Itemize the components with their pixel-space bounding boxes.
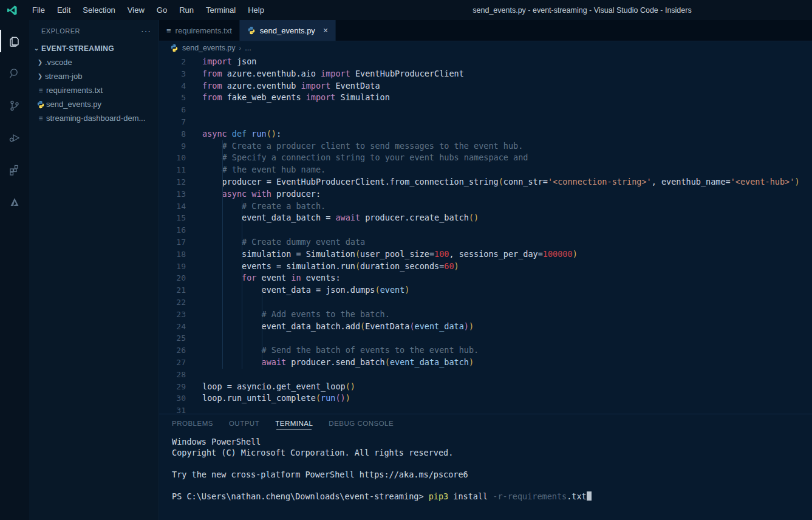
line-number: 17 [159,236,186,248]
line-number: 24 [159,321,186,333]
code-line-16[interactable]: 16 [159,224,812,236]
code-line-23[interactable]: 23 # Add events to the batch. [159,309,812,321]
tree-item--vscode[interactable]: ❯.vscode [29,55,159,69]
chevron-right-icon: ❯ [35,73,45,80]
code-line-5[interactable]: 5from fake_web_events import Simulation [159,92,812,104]
close-icon[interactable]: × [323,26,328,35]
menu-file[interactable]: File [26,0,51,20]
file-tree: ⌄EVENT-STREAMING❯.vscode❯stream-job≡requ… [29,41,159,520]
code-text: simulation = Simulation(user_pool_size=1… [202,248,578,261]
line-number: 6 [159,104,186,116]
menu-go[interactable]: Go [151,0,173,20]
line-number: 8 [159,128,186,140]
code-line-31[interactable]: 31 [159,405,812,414]
tree-root-event-streaming[interactable]: ⌄EVENT-STREAMING [29,41,159,55]
tree-item-streaming-dashboard-dem-[interactable]: ≡streaming-dashboard-dem... [29,111,159,125]
tab-send-events-py[interactable]: send_events.py× [240,20,336,41]
code-line-22[interactable]: 22 [159,296,812,309]
code-text: # Add events to the batch. [202,309,390,321]
code-line-9[interactable]: 9 # Create a producer client to send mes… [159,140,812,152]
python-file-icon [35,100,46,109]
tree-item-stream-job[interactable]: ❯stream-job [29,69,159,83]
line-number: 26 [159,344,186,357]
line-number: 23 [159,309,186,321]
code-text: # Specify a connection string to your ev… [202,152,528,164]
menu-run[interactable]: Run [173,0,200,20]
code-text: loop.run_until_complete(run()) [202,392,350,405]
terminal-line-5 [172,480,812,491]
breadcrumb-more[interactable]: ... [245,44,251,52]
code-line-25[interactable]: 25 [159,332,812,344]
python-file-icon [170,44,179,52]
tree-item-requirements-txt[interactable]: ≡requirements.txt [29,83,159,97]
run-and-debug-icon[interactable] [0,121,29,154]
code-text: events = simulation.run(duration_seconds… [202,261,459,273]
code-line-30[interactable]: 30loop.run_until_complete(run()) [159,392,812,405]
extensions-icon[interactable] [0,154,29,186]
terminal-line-2: Copyright (C) Microsoft Corporation. All… [172,447,812,458]
line-number: 13 [159,188,186,200]
tab-label: send_events.py [260,26,315,35]
menu-view[interactable]: View [121,0,151,20]
code-line-24[interactable]: 24 event_data_batch.add(EventData(event_… [159,321,812,333]
code-line-2[interactable]: 2import json [159,56,812,68]
search-icon[interactable] [0,57,29,89]
terminal-cursor [587,491,592,501]
code-line-6[interactable]: 6 [159,104,812,116]
menu-edit[interactable]: Edit [51,0,77,20]
code-line-28[interactable]: 28 [159,369,812,381]
line-number: 27 [159,357,186,369]
source-control-icon[interactable] [0,89,29,121]
more-actions-icon[interactable]: ··· [141,26,151,36]
menu-help[interactable]: Help [242,0,270,20]
code-line-11[interactable]: 11 # the event hub name. [159,164,812,176]
terminal[interactable]: Windows PowerShellCopyright (C) Microsof… [159,433,812,520]
code-text: # Create a batch. [202,200,326,213]
panel-tab-problems[interactable]: PROBLEMS [172,414,213,433]
python-file-icon [247,26,256,35]
code-line-29[interactable]: 29loop = asyncio.get_event_loop() [159,381,812,393]
code-line-27[interactable]: 27 await producer.send_batch(event_data_… [159,357,812,369]
tab-requirements-txt[interactable]: ≡requirements.txt [159,20,240,41]
terminal-line-4: Try the new cross-platform PowerShell ht… [172,469,812,480]
tree-item-label: stream-job [45,72,82,81]
code-text: loop = asyncio.get_event_loop() [202,381,355,393]
code-line-21[interactable]: 21 event_data = json.dumps(event) [159,284,812,296]
panel-tab-terminal[interactable]: TERMINAL [275,414,313,433]
line-number: 18 [159,248,186,261]
code-line-4[interactable]: 4from azure.eventhub import EventData [159,80,812,92]
code-line-13[interactable]: 13 async with producer: [159,188,812,200]
code-line-15[interactable]: 15 event_data_batch = await producer.cre… [159,212,812,224]
menu-terminal[interactable]: Terminal [200,0,242,20]
chevron-right-icon: ❯ [35,59,45,66]
code-line-20[interactable]: 20 for event in events: [159,272,812,284]
breadcrumb-file[interactable]: send_events.py [182,44,236,52]
code-line-7[interactable]: 7 [159,116,812,128]
line-number: 11 [159,164,186,176]
code-line-8[interactable]: 8async def run(): [159,128,812,140]
menu-selection[interactable]: Selection [77,0,121,20]
code-line-3[interactable]: 3from azure.eventhub.aio import EventHub… [159,68,812,80]
code-text: for event in events: [202,272,341,284]
tab-label: requirements.txt [176,26,232,35]
code-line-18[interactable]: 18 simulation = Simulation(user_pool_siz… [159,248,812,261]
code-line-12[interactable]: 12 producer = EventHubProducerClient.fro… [159,176,812,188]
line-number: 14 [159,200,186,213]
code-line-14[interactable]: 14 # Create a batch. [159,200,812,213]
panel-tab-debug-console[interactable]: DEBUG CONSOLE [329,414,394,433]
tree-item-label: requirements.txt [46,86,103,95]
panel-tab-output[interactable]: OUTPUT [229,414,259,433]
vscode-window: FileEditSelectionViewGoRunTerminalHelp s… [0,0,812,520]
code-editor[interactable]: 2import json3from azure.eventhub.aio imp… [159,54,812,414]
breadcrumb[interactable]: send_events.py › ... [159,41,812,54]
tree-item-send-events-py[interactable]: send_events.py [29,97,159,111]
code-line-10[interactable]: 10 # Specify a connection string to your… [159,152,812,164]
explorer-icon[interactable] [0,25,29,57]
title-bar: FileEditSelectionViewGoRunTerminalHelp s… [0,0,812,20]
activity-bar [0,20,29,520]
code-line-19[interactable]: 19 events = simulation.run(duration_seco… [159,261,812,273]
indent-guide [262,284,262,369]
azure-icon[interactable] [0,186,29,218]
code-line-26[interactable]: 26 # Send the batch of events to the eve… [159,344,812,357]
code-line-17[interactable]: 17 # Create dummy event data [159,236,812,248]
